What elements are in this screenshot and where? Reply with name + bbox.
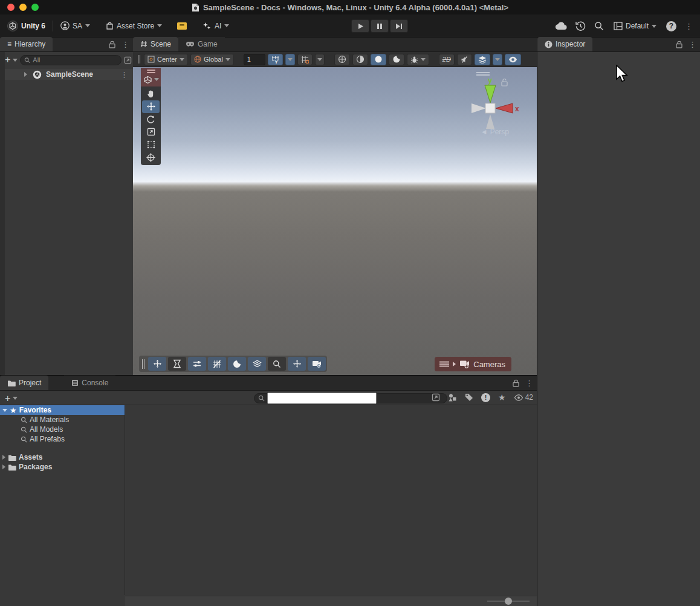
drag-handle-icon[interactable] [142,359,144,369]
favorites-row[interactable]: ★ Favorites [0,405,125,415]
tab-hierarchy[interactable]: ≡ Hierarchy [0,37,53,51]
assets-row[interactable]: Assets [0,452,125,462]
grid-size-input[interactable] [244,54,265,65]
hierarchy-search[interactable] [20,55,122,65]
overlay-settings-button[interactable] [188,357,206,371]
tab-inspector[interactable]: Inspector [537,37,592,51]
all-materials-row[interactable]: All Materials [0,415,125,425]
project-search[interactable] [254,393,447,403]
hierarchy-menu-button[interactable]: ⋮ [122,40,129,49]
disclosure-triangle-icon[interactable] [24,72,27,77]
toolbar-grip[interactable] [138,55,140,64]
zoom-slider-knob[interactable] [505,598,512,605]
tab-console[interactable]: Console [64,376,115,390]
render-mode-button[interactable] [334,54,350,65]
projection-toggle[interactable]: ◄ Persp [481,128,509,136]
lock-icon[interactable] [676,41,682,48]
inbox-button[interactable] [172,18,192,34]
hierarchy-search-input[interactable] [33,56,117,64]
grid-snap-dropdown[interactable] [285,54,295,65]
camera-add-icon [312,360,322,368]
scene-viewport[interactable]: y x ◄ Persp [133,67,537,375]
cameras-overlay[interactable]: Cameras [435,357,511,371]
disclosure-triangle-icon[interactable] [2,464,5,469]
project-menu-button[interactable]: ⋮ [525,379,533,388]
all-prefabs-row[interactable]: All Prefabs [0,434,125,444]
overlay-camera-button[interactable] [308,357,326,371]
folder-icon [8,464,16,471]
pivot-mode-dropdown[interactable]: Center [144,54,188,65]
view-tool-button[interactable] [142,88,160,100]
play-button[interactable] [351,19,369,33]
zoom-slider[interactable] [487,601,530,602]
cloud-icon[interactable] [555,22,567,30]
create-asset-button[interactable]: + [5,393,10,404]
inspector-menu-button[interactable]: ⋮ [689,40,696,49]
overlay-move-button[interactable] [148,357,166,371]
help-button[interactable]: ? [666,21,676,31]
effects-toggle[interactable] [475,54,490,65]
open-new-window-icon[interactable] [432,393,440,402]
history-icon[interactable] [575,21,586,31]
rect-tool-button[interactable] [142,138,160,151]
shading-mode-button[interactable] [352,54,368,65]
scale-tool-button[interactable] [142,126,160,138]
filter-by-type-icon[interactable] [448,393,457,402]
orientation-dropdown[interactable]: Global [190,54,234,65]
unity-menu-button[interactable]: Unity 6 [2,18,50,34]
account-dropdown[interactable]: SA [56,18,95,34]
favorites-filter-icon[interactable]: ★ [498,393,506,402]
overlay-layers-button[interactable] [248,357,266,371]
create-asset-dropdown[interactable] [13,397,18,400]
disclosure-triangle-icon[interactable] [2,455,5,460]
tab-project[interactable]: Project [0,376,48,390]
overlay-search-button[interactable] [268,357,286,371]
increment-snap-toggle[interactable] [297,54,313,65]
2d-toggle[interactable]: 2D [439,54,455,65]
pause-button[interactable] [371,19,389,33]
search-icon[interactable] [594,21,604,31]
grid-snap-toggle[interactable]: Y [268,54,283,65]
pick-window-icon[interactable] [124,56,132,64]
expand-triangle-icon[interactable] [453,362,456,367]
increment-snap-dropdown[interactable] [315,54,325,65]
scene-row[interactable]: SampleScene ⋮ [5,69,133,80]
add-object-dropdown[interactable] [13,59,18,62]
audio-toggle[interactable] [457,54,472,65]
scene-visibility-toggle[interactable] [505,54,521,65]
shadows-toggle[interactable] [389,54,404,65]
filter-by-label-icon[interactable] [465,393,473,402]
lock-icon[interactable] [109,41,115,48]
effects-dropdown[interactable] [493,54,502,65]
overlay-grid-button[interactable] [208,357,226,371]
overlay-transform-button[interactable] [288,357,306,371]
ai-dropdown[interactable]: AI [197,18,234,34]
step-button[interactable] [390,19,408,33]
chevron-down-icon [224,24,229,27]
hourglass-icon [173,359,181,368]
disclosure-triangle-icon[interactable] [2,409,7,412]
toolbar-more-button[interactable]: ⋮ [685,22,693,31]
scene-menu-button[interactable]: ⋮ [120,70,128,79]
rotate-tool-button[interactable] [142,113,160,126]
overlay-grip[interactable] [476,72,490,73]
alert-icon[interactable]: ! [481,393,490,402]
lighting-toggle[interactable] [371,54,386,65]
debug-dropdown[interactable] [407,54,429,65]
overlay-constraint-button[interactable] [168,357,186,371]
transform-tool-button[interactable] [142,151,160,164]
project-search-input[interactable] [267,393,377,404]
add-object-button[interactable]: + [5,55,10,65]
layout-dropdown[interactable]: Default [612,18,658,34]
lock-icon[interactable] [513,379,519,387]
asset-store-dropdown[interactable]: Asset Store [101,18,167,34]
tools-overlay-header[interactable] [141,68,161,86]
tab-scene[interactable]: Scene [133,37,178,51]
all-models-row[interactable]: All Models [0,425,125,434]
overlay-lighting-button[interactable] [228,357,246,371]
hidden-count-toggle[interactable]: 42 [514,393,533,402]
tab-game[interactable]: Game [178,37,225,51]
packages-row[interactable]: Packages [0,462,125,472]
gizmo-lock-icon[interactable] [502,79,507,86]
move-tool-button[interactable] [142,100,160,113]
